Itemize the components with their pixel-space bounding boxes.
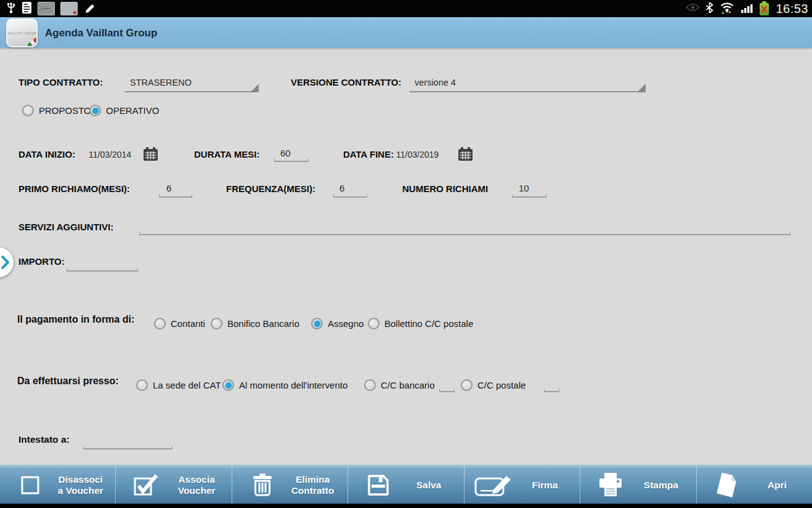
versione-contratto-label: VERSIONE CONTRATTO: xyxy=(291,77,401,87)
frequenza-input-value[interactable]: 6 xyxy=(339,183,344,193)
radio-contanti[interactable] xyxy=(154,318,166,329)
usb-icon xyxy=(6,1,16,17)
italian-flag-icon xyxy=(27,38,38,47)
radio-bonifico-bancario-label: Bonifico Bancario xyxy=(227,318,299,329)
tipo-contratto-label: TIPO CONTRATTO: xyxy=(18,77,103,87)
screen: 16:53 VAILLANT GROUP Agenda Vaillant Gro… xyxy=(0,0,812,508)
radio-contanti-label: Contanti xyxy=(171,318,205,329)
primo-richiamo-input-value[interactable]: 6 xyxy=(166,183,171,193)
data-inizio-value: 11/03/2014 xyxy=(89,150,131,159)
trash-icon xyxy=(241,473,284,498)
radio-cc-postale[interactable] xyxy=(461,379,473,391)
associa-voucher-button[interactable]: AssociaVoucher xyxy=(115,466,231,504)
primo-richiamo-label: PRIMO RICHIAMO(MESI): xyxy=(18,183,130,194)
radio-bonifico-bancario[interactable] xyxy=(211,318,222,329)
numero-richiami-input-value[interactable]: 10 xyxy=(519,183,529,193)
intestato-label: Intestato a: xyxy=(18,434,70,445)
salva-button[interactable]: Salva xyxy=(347,466,463,504)
signature-icon xyxy=(473,473,516,498)
status-bar: 16:53 xyxy=(0,0,812,17)
radio-cc-bancario-label: C/C bancario xyxy=(381,380,435,390)
checkbox-empty-icon xyxy=(9,474,52,497)
stampa-button[interactable]: Stampa xyxy=(580,466,696,504)
radio-proposto[interactable] xyxy=(22,105,34,116)
spinner-dropdown-arrow-icon[interactable] xyxy=(251,84,259,92)
drawer-handle[interactable] xyxy=(0,248,14,277)
app-icon-text: VAILLANT GROUP xyxy=(7,31,36,35)
durata-mesi-input-value[interactable]: 60 xyxy=(280,148,291,158)
importo-label: IMPORTO: xyxy=(18,256,65,267)
bluetooth-icon xyxy=(705,2,713,16)
status-clock: 16:53 xyxy=(776,2,808,16)
wifi-icon xyxy=(719,1,735,17)
radio-operativo-label: OPERATIVO xyxy=(106,105,159,116)
primo-richiamo-input-underline[interactable] xyxy=(159,194,192,198)
pencil-icon xyxy=(83,1,96,17)
bottom-black-strip xyxy=(0,504,812,508)
radio-assegno[interactable] xyxy=(311,318,323,329)
radio-momento-intervento[interactable] xyxy=(222,379,234,391)
open-document-icon xyxy=(705,472,749,499)
chevron-right-icon xyxy=(1,254,10,270)
notes-icon xyxy=(22,1,32,17)
eye-icon xyxy=(686,3,700,14)
firma-button[interactable]: Firma xyxy=(464,466,580,504)
signal-icon xyxy=(741,2,754,15)
servizi-aggiuntivi-label: SERVIZI AGGIUNTIVI: xyxy=(18,222,113,232)
cc-postale-input-underline[interactable] xyxy=(544,389,559,392)
radio-cc-postale-label: C/C postale xyxy=(477,380,526,390)
frequenza-label: FREQUENZA(MESI): xyxy=(226,183,315,194)
disassocia-voucher-button[interactable]: Disassocia Voucher xyxy=(0,466,115,504)
effettuarsi-label: Da effettuarsi presso: xyxy=(17,376,119,387)
save-icon xyxy=(357,474,400,497)
radio-assegno-label: Assegno xyxy=(328,318,363,329)
app-header: VAILLANT GROUP Agenda Vaillant Group xyxy=(0,17,812,48)
pagamento-label: Il pagamento in forma di: xyxy=(17,314,134,325)
status-icons-right: 16:53 xyxy=(686,1,812,17)
durata-mesi-label: DURATA MESI: xyxy=(194,149,259,159)
radio-operativo[interactable] xyxy=(89,105,101,116)
intestato-input-underline[interactable] xyxy=(83,446,173,450)
numero-richiami-label: NUMERO RICHIAMI xyxy=(402,183,488,194)
importo-input-underline[interactable] xyxy=(67,268,138,272)
app-icon: VAILLANT GROUP xyxy=(6,18,38,47)
radio-bollettino-postale[interactable] xyxy=(368,318,380,329)
radio-momento-intervento-label: Al momento dell'intervento xyxy=(239,380,347,390)
tipo-contratto-spinner-underline xyxy=(125,91,259,92)
durata-mesi-input-underline[interactable] xyxy=(274,158,309,162)
elimina-contratto-button[interactable]: EliminaContratto xyxy=(232,466,347,504)
radio-sede-cat[interactable] xyxy=(136,379,148,391)
versione-contratto-spinner-underline xyxy=(410,91,646,92)
app-title: Agenda Vaillant Group xyxy=(45,27,157,39)
tipo-contratto-spinner-value[interactable]: STRASERENO xyxy=(130,78,192,87)
bottom-toolbar: Disassocia Voucher AssociaVoucher Elimin… xyxy=(0,465,812,504)
calendar-icon[interactable] xyxy=(143,147,158,161)
data-inizio-label: DATA INIZIO: xyxy=(18,149,75,159)
checkbox-checked-icon xyxy=(124,473,168,498)
screenshot-thumb-icon xyxy=(60,2,78,15)
radio-sede-cat-label: La sede del CAT xyxy=(153,380,221,390)
radio-bollettino-postale-label: Bollettino C/C postale xyxy=(384,318,473,329)
frequenza-input-underline[interactable] xyxy=(333,194,367,198)
servizi-aggiuntivi-input-underline[interactable] xyxy=(139,232,790,235)
printer-icon xyxy=(589,472,632,498)
battery-icon xyxy=(760,3,769,15)
screenshot-thumb-icon xyxy=(38,2,55,15)
data-fine-label: DATA FINE: xyxy=(343,149,394,159)
versione-contratto-spinner-value[interactable]: versione 4 xyxy=(415,78,456,87)
cc-bancario-input-underline[interactable] xyxy=(439,389,455,392)
apri-button[interactable]: Apri xyxy=(696,466,812,504)
calendar-icon[interactable] xyxy=(458,147,473,161)
data-fine-value: 11/03/2019 xyxy=(396,150,439,159)
status-icons-left xyxy=(0,1,96,17)
numero-richiami-input-underline[interactable] xyxy=(512,194,546,198)
radio-proposto-label: PROPOSTO xyxy=(39,105,91,116)
spinner-dropdown-arrow-icon[interactable] xyxy=(638,84,646,92)
radio-cc-bancario[interactable] xyxy=(364,379,376,391)
